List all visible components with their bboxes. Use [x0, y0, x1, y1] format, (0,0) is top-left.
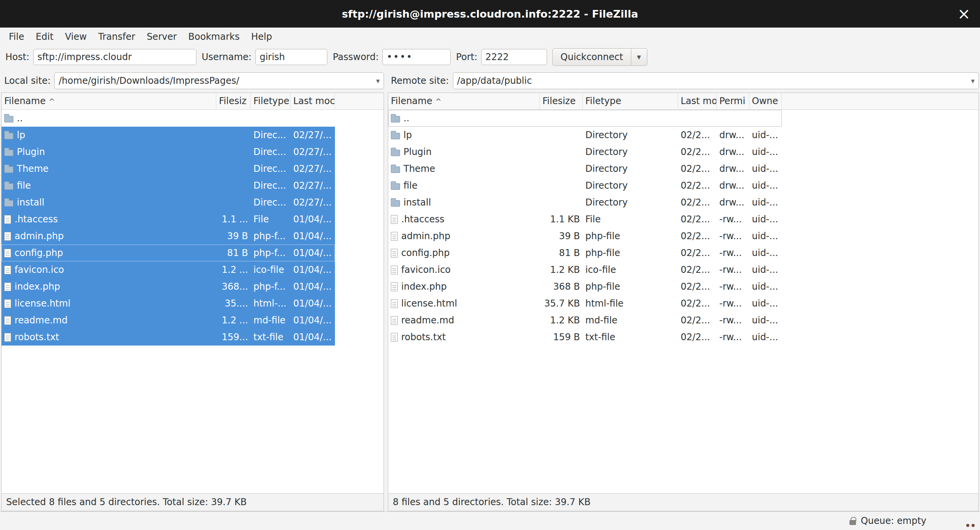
- file-owner: uid-...: [749, 281, 782, 292]
- file-row[interactable]: readme.md 1.2 KB md-file 02/2... -rw... …: [388, 312, 782, 329]
- column-header-filesize[interactable]: Filesize: [540, 93, 583, 109]
- file-name: admin.php: [2, 231, 216, 241]
- file-name: file: [388, 180, 540, 191]
- column-header-filename[interactable]: Filename^: [2, 93, 216, 109]
- file-name: lp: [388, 130, 540, 140]
- menu-bookmarks[interactable]: Bookmarks: [183, 28, 245, 46]
- close-window-button[interactable]: ×: [954, 0, 974, 28]
- file-row[interactable]: .htaccess 1.1 ... File 01/04/...: [2, 211, 335, 228]
- file-name: favicon.ico: [2, 264, 216, 275]
- column-header-owner[interactable]: Owne: [749, 93, 782, 109]
- file-type: php-file: [583, 281, 678, 292]
- file-row[interactable]: license.html 35.7 KB html-file 02/2... -…: [388, 295, 782, 312]
- file-row[interactable]: install Direc... 02/27/...: [2, 194, 335, 211]
- quickconnect-button[interactable]: Quickconnect: [553, 49, 631, 65]
- file-row[interactable]: robots.txt 159... txt-file 01/04/...: [2, 329, 335, 346]
- file-name: Theme: [2, 163, 216, 174]
- file-name: config.php: [2, 248, 216, 258]
- file-row[interactable]: index.php 368... php-f... 01/04/...: [2, 278, 335, 295]
- file-row[interactable]: file Direc... 02/27/...: [2, 177, 335, 194]
- file-owner: uid-...: [749, 332, 782, 342]
- file-type: txt-file: [583, 332, 678, 342]
- host-input[interactable]: [33, 49, 196, 65]
- file-permissions: drw...: [717, 180, 749, 191]
- file-permissions: -rw...: [717, 298, 749, 309]
- local-site-path: /home/girish/Downloads/ImpressPages/: [59, 75, 373, 86]
- folder-icon: [4, 166, 13, 173]
- file-row[interactable]: robots.txt 159 B txt-file 02/2... -rw...…: [388, 329, 782, 346]
- file-type: Direc...: [251, 163, 291, 174]
- file-type: Direc...: [251, 180, 291, 191]
- menu-server[interactable]: Server: [141, 28, 183, 46]
- column-header-lastmodified[interactable]: Last moc: [291, 93, 335, 109]
- file-size: 1.2 ...: [216, 264, 251, 275]
- file-icon: [4, 232, 11, 241]
- file-row[interactable]: ..: [2, 110, 335, 127]
- file-row[interactable]: admin.php 39 B php-f... 01/04/...: [2, 228, 335, 245]
- file-icon: [391, 266, 398, 274]
- file-size: 368...: [216, 281, 251, 292]
- file-row[interactable]: favicon.ico 1.2 ... ico-file 01/04/...: [2, 261, 335, 278]
- menu-view[interactable]: View: [59, 28, 93, 46]
- file-icon: [391, 215, 398, 224]
- remote-site-row: Remote site: /app/data/public ▾: [388, 72, 979, 90]
- column-header-filesize[interactable]: Filesiz: [216, 93, 251, 109]
- file-row[interactable]: lp Direc... 02/27/...: [2, 127, 335, 144]
- menu-transfer[interactable]: Transfer: [93, 28, 141, 46]
- file-icon: [4, 299, 11, 308]
- file-name: ..: [2, 113, 216, 124]
- port-input[interactable]: [481, 49, 547, 65]
- remote-site-combobox[interactable]: /app/data/public ▾: [453, 72, 979, 89]
- column-header-filetype[interactable]: Filetype: [583, 93, 678, 109]
- file-row[interactable]: .htaccess 1.1 KB File 02/2... -rw... uid…: [388, 211, 782, 228]
- column-header-filler: [782, 93, 978, 109]
- file-row[interactable]: readme.md 1.2 ... md-file 01/04/...: [2, 312, 335, 329]
- file-row[interactable]: admin.php 39 B php-file 02/2... -rw... u…: [388, 228, 782, 245]
- file-date: 02/27/...: [291, 197, 335, 208]
- file-row[interactable]: config.php 81 B php-file 02/2... -rw... …: [388, 245, 782, 261]
- file-row[interactable]: Theme Directory 02/2... drw... uid-...: [388, 160, 782, 177]
- local-status-text: Selected 8 files and 5 directories. Tota…: [2, 493, 384, 511]
- file-icon: [391, 333, 398, 342]
- menu-help[interactable]: Help: [245, 28, 278, 46]
- chevron-down-icon[interactable]: ▾: [971, 77, 975, 85]
- file-name: robots.txt: [2, 332, 216, 342]
- file-icon: [391, 249, 398, 258]
- column-header-filename[interactable]: Filename^: [388, 93, 540, 109]
- column-header-filetype[interactable]: Filetype: [251, 93, 291, 109]
- file-row[interactable]: index.php 368 B php-file 02/2... -rw... …: [388, 278, 782, 295]
- file-name: config.php: [388, 248, 540, 258]
- password-input[interactable]: [382, 49, 451, 65]
- file-row[interactable]: config.php 81 B php-f... 01/04/...: [2, 245, 335, 261]
- file-size: 35....: [216, 298, 251, 309]
- file-icon: [4, 215, 11, 224]
- folder-icon: [4, 183, 13, 190]
- quickconnect-dropdown-icon[interactable]: ▾: [631, 49, 647, 65]
- file-name: favicon.ico: [388, 264, 540, 275]
- chevron-down-icon[interactable]: ▾: [376, 77, 380, 85]
- column-header-permissions[interactable]: Permi: [717, 93, 749, 109]
- folder-icon: [4, 150, 13, 156]
- file-size: 1.1 KB: [540, 214, 583, 225]
- resize-grip[interactable]: [966, 524, 975, 527]
- file-row[interactable]: file Directory 02/2... drw... uid-...: [388, 177, 782, 194]
- file-row[interactable]: favicon.ico 1.2 KB ico-file 02/2... -rw.…: [388, 261, 782, 278]
- column-header-lastmodified[interactable]: Last mo: [678, 93, 717, 109]
- folder-icon: [391, 150, 400, 156]
- file-permissions: drw...: [717, 197, 749, 208]
- file-type: File: [251, 214, 291, 225]
- file-row[interactable]: Theme Direc... 02/27/...: [2, 160, 335, 177]
- local-site-combobox[interactable]: /home/girish/Downloads/ImpressPages/ ▾: [54, 72, 384, 89]
- username-input[interactable]: [255, 49, 327, 65]
- local-rows: .. lp Direc... 02/27/... Plugin Direc...…: [2, 110, 384, 493]
- file-row[interactable]: license.html 35.... html-... 01/04/...: [2, 295, 335, 312]
- menu-edit[interactable]: Edit: [30, 28, 59, 46]
- file-row[interactable]: install Directory 02/2... drw... uid-...: [388, 194, 782, 211]
- file-row[interactable]: lp Directory 02/2... drw... uid-...: [388, 127, 782, 144]
- file-row[interactable]: ..: [388, 110, 782, 127]
- menu-file[interactable]: File: [3, 28, 30, 46]
- remote-site-path: /app/data/public: [457, 75, 968, 86]
- file-type: Direc...: [251, 197, 291, 208]
- file-row[interactable]: Plugin Direc... 02/27/...: [2, 144, 335, 160]
- file-row[interactable]: Plugin Directory 02/2... drw... uid-...: [388, 144, 782, 160]
